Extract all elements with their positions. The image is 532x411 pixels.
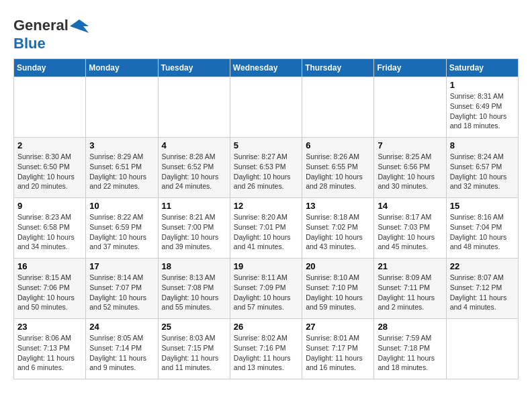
day-info: Sunrise: 8:23 AMSunset: 6:58 PMDaylight:… — [17, 213, 75, 250]
calendar-cell: 11 Sunrise: 8:21 AMSunset: 7:00 PMDaylig… — [158, 198, 230, 259]
calendar-cell: 6 Sunrise: 8:26 AMSunset: 6:55 PMDayligh… — [302, 138, 374, 198]
calendar-week-4: 16 Sunrise: 8:15 AMSunset: 7:06 PMDaylig… — [14, 259, 519, 319]
day-info: Sunrise: 8:25 AMSunset: 6:56 PMDaylight:… — [378, 152, 435, 190]
calendar-cell — [158, 77, 230, 138]
calendar-cell: 27 Sunrise: 8:01 AMSunset: 7:17 PMDaylig… — [302, 319, 374, 379]
weekday-header-saturday: Saturday — [446, 59, 518, 77]
day-number: 20 — [306, 261, 370, 271]
calendar-cell: 1 Sunrise: 8:31 AMSunset: 6:49 PMDayligh… — [446, 77, 518, 138]
day-number: 6 — [306, 140, 370, 150]
day-info: Sunrise: 8:11 AMSunset: 7:09 PMDaylight:… — [234, 273, 291, 311]
day-info: Sunrise: 8:27 AMSunset: 6:53 PMDaylight:… — [234, 152, 291, 190]
calendar-cell: 2 Sunrise: 8:30 AMSunset: 6:50 PMDayligh… — [14, 138, 86, 198]
day-info: Sunrise: 8:07 AMSunset: 7:12 PMDaylight:… — [450, 273, 507, 311]
calendar-week-1: 1 Sunrise: 8:31 AMSunset: 6:49 PMDayligh… — [14, 77, 519, 138]
calendar-cell: 24 Sunrise: 8:05 AMSunset: 7:14 PMDaylig… — [86, 319, 158, 379]
logo-bird-icon — [70, 17, 89, 36]
weekday-header-monday: Monday — [86, 59, 158, 77]
page-header: General Blue — [13, 13, 519, 52]
day-number: 1 — [450, 80, 515, 90]
day-info: Sunrise: 8:16 AMSunset: 7:04 PMDaylight:… — [450, 213, 507, 250]
logo: General Blue — [13, 17, 90, 52]
day-number: 3 — [89, 140, 154, 150]
day-info: Sunrise: 8:09 AMSunset: 7:11 PMDaylight:… — [378, 273, 435, 311]
calendar-cell — [374, 77, 446, 138]
calendar-cell: 28 Sunrise: 7:59 AMSunset: 7:18 PMDaylig… — [374, 319, 446, 379]
calendar-cell: 5 Sunrise: 8:27 AMSunset: 6:53 PMDayligh… — [230, 138, 302, 198]
day-info: Sunrise: 8:24 AMSunset: 6:57 PMDaylight:… — [450, 152, 507, 190]
calendar-cell: 19 Sunrise: 8:11 AMSunset: 7:09 PMDaylig… — [230, 259, 302, 319]
day-info: Sunrise: 8:28 AMSunset: 6:52 PMDaylight:… — [162, 152, 219, 190]
day-info: Sunrise: 7:59 AMSunset: 7:18 PMDaylight:… — [378, 334, 435, 371]
day-info: Sunrise: 8:22 AMSunset: 6:59 PMDaylight:… — [89, 213, 146, 250]
calendar-cell — [14, 77, 86, 138]
svg-marker-0 — [70, 19, 89, 33]
day-info: Sunrise: 8:02 AMSunset: 7:16 PMDaylight:… — [234, 334, 291, 371]
day-number: 13 — [306, 201, 370, 211]
calendar-cell: 4 Sunrise: 8:28 AMSunset: 6:52 PMDayligh… — [158, 138, 230, 198]
calendar-cell: 14 Sunrise: 8:17 AMSunset: 7:03 PMDaylig… — [374, 198, 446, 259]
day-info: Sunrise: 8:18 AMSunset: 7:02 PMDaylight:… — [306, 213, 363, 250]
day-number: 5 — [234, 140, 298, 150]
weekday-header-thursday: Thursday — [302, 59, 374, 77]
day-number: 28 — [378, 322, 442, 332]
calendar-cell: 25 Sunrise: 8:03 AMSunset: 7:15 PMDaylig… — [158, 319, 230, 379]
calendar-cell: 17 Sunrise: 8:14 AMSunset: 7:07 PMDaylig… — [86, 259, 158, 319]
day-number: 8 — [450, 140, 515, 150]
calendar-cell — [446, 319, 518, 379]
day-number: 25 — [162, 322, 226, 332]
day-number: 10 — [89, 201, 154, 211]
calendar-week-5: 23 Sunrise: 8:06 AMSunset: 7:13 PMDaylig… — [14, 319, 519, 379]
weekday-header-wednesday: Wednesday — [230, 59, 302, 77]
day-number: 7 — [378, 140, 442, 150]
calendar-cell: 20 Sunrise: 8:10 AMSunset: 7:10 PMDaylig… — [302, 259, 374, 319]
calendar-cell — [302, 77, 374, 138]
calendar-cell: 16 Sunrise: 8:15 AMSunset: 7:06 PMDaylig… — [14, 259, 86, 319]
calendar-body: 1 Sunrise: 8:31 AMSunset: 6:49 PMDayligh… — [14, 77, 519, 379]
day-info: Sunrise: 8:31 AMSunset: 6:49 PMDaylight:… — [450, 92, 507, 130]
day-info: Sunrise: 8:13 AMSunset: 7:08 PMDaylight:… — [162, 273, 219, 311]
day-number: 2 — [17, 140, 82, 150]
logo-blue: Blue — [13, 35, 46, 52]
day-number: 21 — [378, 261, 442, 271]
calendar-cell: 22 Sunrise: 8:07 AMSunset: 7:12 PMDaylig… — [446, 259, 518, 319]
day-number: 19 — [234, 261, 298, 271]
day-number: 11 — [162, 201, 226, 211]
day-info: Sunrise: 8:03 AMSunset: 7:15 PMDaylight:… — [162, 334, 219, 371]
calendar-cell: 9 Sunrise: 8:23 AMSunset: 6:58 PMDayligh… — [14, 198, 86, 259]
calendar-cell: 13 Sunrise: 8:18 AMSunset: 7:02 PMDaylig… — [302, 198, 374, 259]
day-info: Sunrise: 8:29 AMSunset: 6:51 PMDaylight:… — [89, 152, 146, 190]
calendar-cell: 23 Sunrise: 8:06 AMSunset: 7:13 PMDaylig… — [14, 319, 86, 379]
day-info: Sunrise: 8:15 AMSunset: 7:06 PMDaylight:… — [17, 273, 75, 311]
calendar-header-row: SundayMondayTuesdayWednesdayThursdayFrid… — [14, 59, 519, 77]
day-number: 9 — [17, 201, 82, 211]
calendar-table: SundayMondayTuesdayWednesdayThursdayFrid… — [13, 58, 519, 379]
day-number: 4 — [162, 140, 226, 150]
calendar-cell — [230, 77, 302, 138]
day-number: 14 — [378, 201, 442, 211]
calendar-cell: 3 Sunrise: 8:29 AMSunset: 6:51 PMDayligh… — [86, 138, 158, 198]
day-info: Sunrise: 8:17 AMSunset: 7:03 PMDaylight:… — [378, 213, 435, 250]
calendar-cell: 18 Sunrise: 8:13 AMSunset: 7:08 PMDaylig… — [158, 259, 230, 319]
logo-general: General — [13, 17, 69, 34]
day-info: Sunrise: 8:10 AMSunset: 7:10 PMDaylight:… — [306, 273, 363, 311]
calendar-cell — [86, 77, 158, 138]
calendar-cell: 7 Sunrise: 8:25 AMSunset: 6:56 PMDayligh… — [374, 138, 446, 198]
day-number: 17 — [89, 261, 154, 271]
day-number: 18 — [162, 261, 226, 271]
day-info: Sunrise: 8:14 AMSunset: 7:07 PMDaylight:… — [89, 273, 146, 311]
day-info: Sunrise: 8:26 AMSunset: 6:55 PMDaylight:… — [306, 152, 363, 190]
calendar-cell: 12 Sunrise: 8:20 AMSunset: 7:01 PMDaylig… — [230, 198, 302, 259]
weekday-header-tuesday: Tuesday — [158, 59, 230, 77]
day-info: Sunrise: 8:30 AMSunset: 6:50 PMDaylight:… — [17, 152, 75, 190]
day-number: 26 — [234, 322, 298, 332]
weekday-header-friday: Friday — [374, 59, 446, 77]
day-info: Sunrise: 8:05 AMSunset: 7:14 PMDaylight:… — [89, 334, 146, 371]
day-info: Sunrise: 8:06 AMSunset: 7:13 PMDaylight:… — [17, 334, 75, 371]
weekday-header-sunday: Sunday — [14, 59, 86, 77]
calendar-cell: 21 Sunrise: 8:09 AMSunset: 7:11 PMDaylig… — [374, 259, 446, 319]
day-number: 27 — [306, 322, 370, 332]
day-number: 24 — [89, 322, 154, 332]
day-info: Sunrise: 8:21 AMSunset: 7:00 PMDaylight:… — [162, 213, 219, 250]
day-number: 12 — [234, 201, 298, 211]
